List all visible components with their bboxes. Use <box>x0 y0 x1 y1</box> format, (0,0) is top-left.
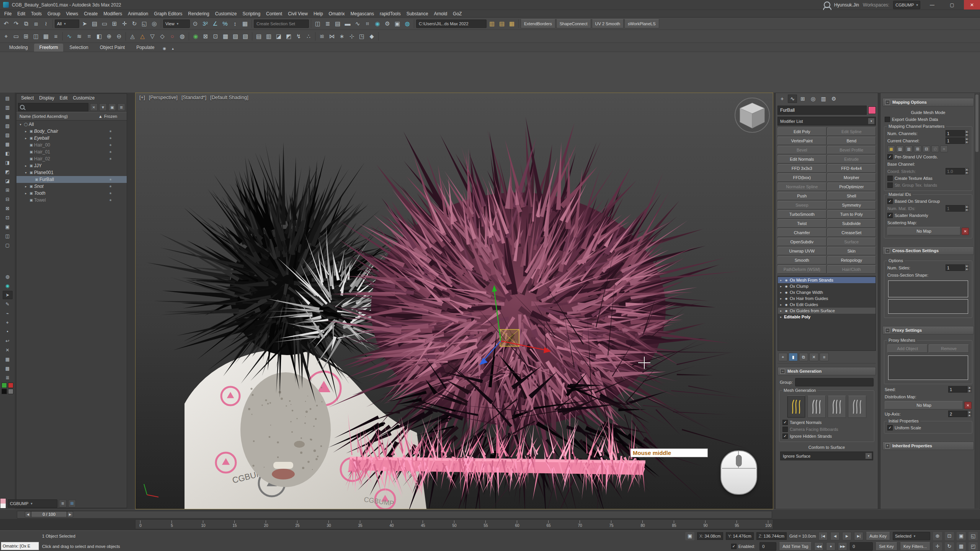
expand-arrow-icon[interactable]: ▸ <box>779 309 783 313</box>
menu-arnold[interactable]: Arnold <box>431 10 450 17</box>
expand-arrow-icon[interactable]: ▸ <box>779 303 783 306</box>
checkbox-checked-icon[interactable]: ✓ <box>887 154 893 160</box>
bind-spacewarp-icon[interactable]: ≀ <box>41 19 51 28</box>
project-icon-3[interactable]: ▦ <box>507 19 516 28</box>
zoom-icon[interactable]: ⊕ <box>933 532 942 540</box>
clear-map-icon[interactable]: ✕ <box>962 228 969 235</box>
spin-down-icon[interactable]: ▼ <box>965 141 969 144</box>
go-start-icon[interactable]: |◀ <box>818 532 828 540</box>
measure-icon[interactable]: ⌖ <box>3 318 13 327</box>
edit-named-sets-icon[interactable]: ⊞ <box>68 500 76 507</box>
group-tex-islands-checkbox[interactable]: Str. Group Tex. Islands <box>885 182 971 189</box>
brush-icon[interactable]: ✎ <box>3 300 13 308</box>
dot-icon[interactable]: • <box>3 328 13 336</box>
modifier-button-skin[interactable]: Skin <box>827 247 876 255</box>
left-tool-icon-6[interactable]: ▩ <box>3 140 13 148</box>
delete-icon[interactable]: ✕ <box>3 346 13 354</box>
swatch-red[interactable] <box>8 383 13 388</box>
cross-section-shape-box[interactable] <box>888 280 968 297</box>
schematic-view-icon[interactable]: ⌗ <box>363 19 372 28</box>
tool2-icon-12[interactable]: ⊖ <box>114 32 124 41</box>
scatter-randomly-checkbox[interactable]: ✓Scatter Randomly <box>885 212 971 219</box>
explorer-menu-customize[interactable]: Customize <box>70 95 97 101</box>
select-by-name-icon[interactable]: ▤ <box>90 19 99 28</box>
menu-civil-view[interactable]: Civil View <box>285 10 310 17</box>
expand-arrow-icon[interactable]: ▸ <box>779 297 783 300</box>
checkbox-checked-icon[interactable]: ✓ <box>782 434 788 439</box>
tool2-icon-30[interactable]: ∴ <box>304 32 313 41</box>
tool2-icon-25[interactable]: ▤ <box>254 32 263 41</box>
menu-views[interactable]: Views <box>63 10 81 17</box>
swatch-green[interactable] <box>2 383 7 388</box>
view-dropdown[interactable]: View▾ <box>163 20 190 28</box>
left-tool-icon-12[interactable]: ⊟ <box>3 195 13 204</box>
remove-modifier-icon[interactable]: ✕ <box>809 353 818 361</box>
tool2-icon-31[interactable]: ≌ <box>317 32 327 41</box>
mesh-type-2-icon[interactable] <box>807 396 826 418</box>
menu-content[interactable]: Content <box>263 10 285 17</box>
menu-modifiers[interactable]: Modifiers <box>101 10 125 17</box>
checkbox-checked-icon[interactable]: ✓ <box>731 544 737 549</box>
modifier-button-edit-spline[interactable]: Edit Spline <box>827 127 876 136</box>
zoom-region-icon[interactable]: ⊡ <box>945 532 954 540</box>
view-cube[interactable] <box>735 98 769 132</box>
modifier-button-bevel[interactable]: Bevel <box>777 146 826 154</box>
left-tool-icon-4[interactable]: ▧ <box>3 122 13 130</box>
spin-down-icon[interactable]: ▼ <box>965 134 969 137</box>
seed-spin-buttons[interactable]: ▲▼ <box>967 386 972 393</box>
time-slider-handle[interactable]: ◀ 0 / 100 ▶ <box>25 511 73 517</box>
mesh-type-3-icon[interactable] <box>828 396 846 418</box>
user-name[interactable]: Hyunsuk.Jin <box>834 2 859 8</box>
render-setup-icon[interactable]: ⚙ <box>383 19 392 28</box>
tool2-icon-29[interactable]: ↯ <box>294 32 303 41</box>
tree-item-hair-02[interactable]: ▣Hair_02∗ <box>16 155 127 162</box>
modifier-button-shell[interactable]: Shell <box>827 192 876 200</box>
modifier-button-edit-normals[interactable]: Edit Normals <box>777 155 826 163</box>
tree-item-jjy[interactable]: ▸▣JJY <box>16 162 127 169</box>
modifier-button-retopology[interactable]: Retopology <box>827 256 876 264</box>
stack-item-ox-clump[interactable]: ▸◉Ox Clump <box>778 283 875 289</box>
spin-down-icon[interactable]: ▼ <box>965 171 969 175</box>
percent-snap-icon[interactable]: % <box>220 19 230 28</box>
modifier-button-pathdeform-wsm[interactable]: PathDeform (WSM) <box>777 265 826 274</box>
cross-section-preview-box[interactable] <box>888 299 968 314</box>
modifier-button-turn-to-poly[interactable]: Turn to Poly <box>827 210 876 218</box>
per-strand-uv-checkbox[interactable]: ✓Per-Strand UV Coords. <box>885 153 971 160</box>
channel-icon-5[interactable]: ⊟ <box>923 145 930 152</box>
hierarchy-tab-icon[interactable]: ⊞ <box>798 95 807 103</box>
select-scale-icon[interactable]: ◱ <box>140 19 149 28</box>
stack-item-ox-guides-from-surface[interactable]: ▸◉Ox Guides from Surface <box>778 308 875 314</box>
next-frame-icon[interactable]: ▶| <box>854 532 863 540</box>
modifier-button-bevel-profile[interactable]: Bevel Profile <box>827 146 876 154</box>
key-filters-button[interactable]: Key Filters... <box>900 542 930 551</box>
tree-item-body-chair[interactable]: ▸▣Body_Chair∗ <box>16 128 127 135</box>
channel-icon-7[interactable]: ✕ <box>940 145 948 152</box>
export-guide-mesh-checkbox[interactable]: Export Guide Mesh Data <box>883 116 973 123</box>
menu-help[interactable]: Help <box>311 10 326 17</box>
modifier-button-turbosmooth[interactable]: TurboSmooth <box>777 210 826 218</box>
left-tool-icon-13[interactable]: ⊠ <box>3 204 13 213</box>
left-tool-icon-16[interactable]: ◫ <box>3 232 13 240</box>
selection-lock-icon[interactable]: ▣ <box>685 532 694 540</box>
modifier-button-opensubdiv[interactable]: OpenSubdiv <box>777 238 826 246</box>
spin-down-icon[interactable]: ▼ <box>967 390 972 393</box>
ribbon-tab-object-paint[interactable]: Object Paint <box>95 44 130 52</box>
tool2-icon-22[interactable]: ▩ <box>221 32 230 41</box>
maximize-viewport-icon[interactable]: ◰ <box>969 542 978 551</box>
explorer-search-box[interactable] <box>18 103 88 111</box>
tool2-icon-32[interactable]: ⋈ <box>327 32 336 41</box>
undo-icon[interactable]: ↶ <box>2 19 11 28</box>
tool2-icon-28[interactable]: ◩ <box>284 32 293 41</box>
modifier-button-ffd-3x3x3[interactable]: FFD 3x3x3 <box>777 164 826 173</box>
mesh-type-4-icon[interactable] <box>848 396 866 418</box>
stack-item-ox-hair-from-guides[interactable]: ▸◉Ox Hair from Guides <box>778 295 875 302</box>
object-name-field[interactable]: FurBall <box>777 106 867 115</box>
make-unique-icon[interactable]: ⧉ <box>799 353 808 361</box>
key-mode-icon[interactable]: ● <box>826 542 835 551</box>
orbit-tool-icon[interactable]: ◍ <box>3 272 13 281</box>
tool2-icon-11[interactable]: ⊕ <box>105 32 114 41</box>
tool2-icon-19[interactable]: ◉ <box>191 32 200 41</box>
spin-up-icon[interactable]: ▲ <box>967 411 972 414</box>
render-production-icon[interactable]: ◍ <box>403 19 412 28</box>
orbit-icon[interactable]: ↻ <box>945 542 954 551</box>
